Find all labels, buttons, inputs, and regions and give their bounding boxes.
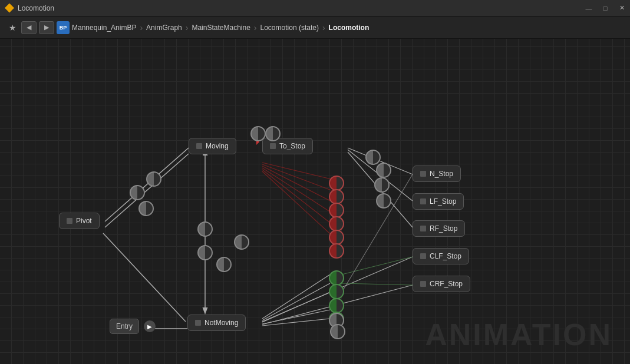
conn-white-right-2[interactable] <box>376 163 391 178</box>
svg-line-17 <box>342 283 413 285</box>
breadcrumb-locomotion[interactable]: Locomotion <box>329 24 370 32</box>
conn-low-1[interactable] <box>216 257 232 272</box>
window-title: Locomotion <box>18 4 54 12</box>
maximize-button[interactable]: □ <box>597 0 613 16</box>
nstop-icon <box>420 171 426 177</box>
svg-line-22 <box>262 310 330 324</box>
separator-1: › <box>140 23 143 32</box>
svg-line-13 <box>262 168 336 216</box>
minimize-button[interactable]: — <box>580 0 597 16</box>
svg-line-16 <box>342 257 413 274</box>
tostop-label: To_Stop <box>279 142 305 150</box>
conn-moving-top[interactable] <box>250 126 266 141</box>
svg-line-12 <box>262 166 336 204</box>
conn-tostop-top[interactable] <box>265 126 281 141</box>
conn-moving-1[interactable] <box>146 171 161 187</box>
clfstop-icon <box>420 253 426 259</box>
conn-vert-top[interactable] <box>197 221 213 237</box>
moving-icon <box>196 143 202 149</box>
conn-moving-3[interactable] <box>138 201 154 216</box>
conn-white-right-1[interactable] <box>365 150 381 165</box>
svg-line-18 <box>342 174 413 292</box>
crfstop-icon <box>420 281 426 287</box>
pivot-icon <box>67 218 72 224</box>
svg-line-14 <box>262 170 336 227</box>
separator-3: › <box>254 23 257 32</box>
conn-moving-2[interactable] <box>130 185 145 200</box>
conn-red-6[interactable] <box>329 243 344 259</box>
title-controls: — □ ✕ <box>580 0 630 16</box>
clfstop-node[interactable]: CLF_Stop <box>413 248 469 264</box>
svg-line-2 <box>105 154 189 227</box>
notmoving-icon <box>195 320 201 326</box>
conn-green-2[interactable] <box>329 284 344 299</box>
svg-line-11 <box>262 164 336 192</box>
separator-2: › <box>186 23 189 32</box>
locomotion-icon <box>5 4 14 13</box>
watermark: ANIMATION <box>425 317 612 352</box>
conn-white-right-4[interactable] <box>376 193 391 209</box>
home-button[interactable]: ★ <box>6 21 19 34</box>
breadcrumb-locomotion-state[interactable]: Locomotion (state) <box>260 24 319 32</box>
nstop-label: N_Stop <box>430 170 453 178</box>
pivot-label: Pivot <box>76 217 92 225</box>
crfstop-label: CRF_Stop <box>430 280 463 288</box>
rfstop-icon <box>420 226 426 231</box>
breadcrumb-animgraph[interactable]: AnimGraph <box>146 24 182 32</box>
tostop-icon <box>270 143 276 149</box>
moving-label: Moving <box>206 142 229 150</box>
entry-arrow-icon: ▶ <box>144 320 156 332</box>
title-left: Locomotion <box>0 4 54 13</box>
lfstop-icon <box>420 198 426 204</box>
close-button[interactable]: ✕ <box>613 0 630 16</box>
nstop-node[interactable]: N_Stop <box>413 166 461 182</box>
svg-line-20 <box>262 283 330 320</box>
breadcrumb-bar: ★ ◀ ▶ BP Mannequin_AnimBP › AnimGraph › … <box>0 16 630 39</box>
rfstop-label: RF_Stop <box>430 224 457 233</box>
lfstop-node[interactable]: LF_Stop <box>413 193 464 210</box>
svg-line-15 <box>262 171 336 239</box>
svg-line-19 <box>262 274 330 319</box>
conn-notmoving-2[interactable] <box>330 324 345 339</box>
entry-node[interactable]: Entry ▶ <box>110 319 156 334</box>
svg-line-23 <box>262 319 330 326</box>
lfstop-label: LF_Stop <box>430 197 456 206</box>
conn-vert-mid[interactable] <box>197 245 213 260</box>
moving-node[interactable]: Moving <box>189 138 236 154</box>
breadcrumb-mainstatemachine[interactable]: MainStateMachine <box>192 24 250 32</box>
title-bar: Locomotion — □ ✕ <box>0 0 630 16</box>
separator-4: › <box>322 23 325 32</box>
svg-line-10 <box>262 163 336 180</box>
back-button[interactable]: ◀ <box>21 21 37 34</box>
conn-vert-bot[interactable] <box>234 234 249 250</box>
forward-button[interactable]: ▶ <box>39 21 54 34</box>
entry-label: Entry <box>110 319 139 334</box>
crfstop-node[interactable]: CRF_Stop <box>413 276 470 292</box>
conn-white-right-3[interactable] <box>374 177 390 193</box>
rfstop-node[interactable]: RF_Stop <box>413 220 465 237</box>
notmoving-label: NotMoving <box>204 319 238 327</box>
breadcrumb-mannequin[interactable]: Mannequin_AnimBP <box>72 24 136 32</box>
connections-svg <box>0 39 630 364</box>
svg-line-21 <box>262 292 330 322</box>
animation-graph-canvas[interactable]: Pivot Moving To_Stop NotMoving Entry ▶ N… <box>0 39 630 364</box>
pivot-node[interactable]: Pivot <box>59 213 100 229</box>
notmoving-node[interactable]: NotMoving <box>187 315 246 331</box>
blueprint-icon: BP <box>57 21 70 34</box>
clfstop-label: CLF_Stop <box>430 252 461 260</box>
svg-line-3 <box>103 233 186 322</box>
